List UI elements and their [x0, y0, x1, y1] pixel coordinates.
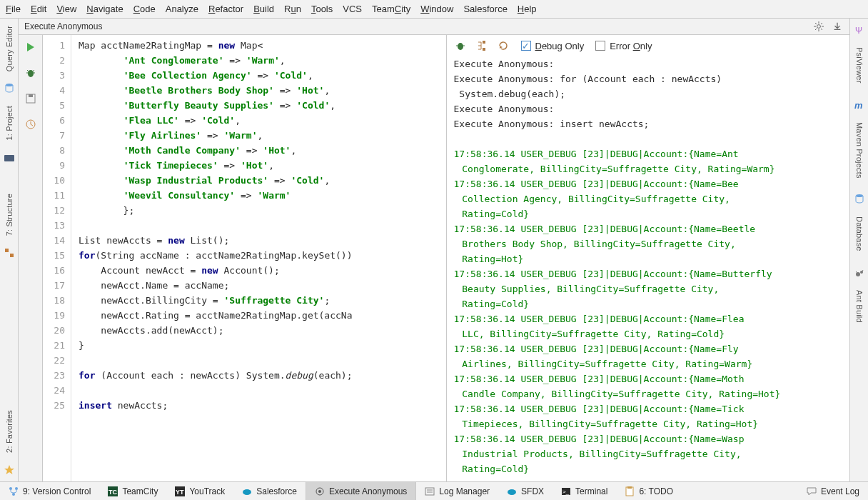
- svg-text:Ψ: Ψ: [855, 26, 862, 36]
- bottom-terminal[interactable]: >_ Terminal: [552, 482, 616, 500]
- cloud-icon: [242, 486, 252, 496]
- menu-bar: FileEditViewNavigateCodeAnalyzeRefactorB…: [0, 0, 868, 19]
- svg-line-19: [33, 70, 34, 71]
- menu-build[interactable]: Build: [253, 4, 274, 14]
- rail-query-editor[interactable]: Query Editor: [5, 26, 14, 71]
- menu-window[interactable]: Window: [420, 4, 453, 14]
- terminal-icon: >_: [561, 486, 571, 496]
- bottom-label: Execute Anonymous: [329, 486, 407, 496]
- bottom-label: Salesforce: [256, 486, 297, 496]
- bottom-todo[interactable]: 6: TODO: [616, 482, 682, 500]
- ant-icon: [854, 267, 865, 279]
- bottom-label: TeamCity: [122, 486, 158, 496]
- rail-maven[interactable]: Maven Projects: [855, 122, 864, 179]
- rail-structure[interactable]: 7: Structure: [5, 194, 14, 236]
- menu-teamcity[interactable]: TeamCity: [372, 4, 410, 14]
- star-icon: [4, 464, 15, 476]
- svg-marker-14: [27, 43, 34, 51]
- menu-salesforce[interactable]: Salesforce: [463, 4, 507, 14]
- history-icon[interactable]: [24, 118, 37, 131]
- database-icon: [4, 83, 15, 94]
- tree-icon[interactable]: [475, 39, 488, 52]
- output-log[interactable]: Execute Anonymous:Execute Anonymous: for…: [447, 56, 850, 481]
- svg-rect-26: [483, 41, 485, 44]
- svg-line-10: [815, 23, 817, 24]
- refresh-icon[interactable]: [497, 39, 510, 52]
- cloud-icon: [507, 486, 517, 496]
- download-icon[interactable]: [831, 20, 844, 33]
- bottom-bar: 9: Version Control TC TeamCity YT YouTra…: [0, 481, 868, 500]
- menu-run[interactable]: Run: [284, 4, 301, 14]
- menu-code[interactable]: Code: [133, 4, 156, 14]
- svg-point-0: [6, 84, 13, 86]
- svg-rect-2: [5, 249, 9, 252]
- bug-icon[interactable]: [454, 39, 467, 52]
- tab-bar: Execute Anonymous: [19, 19, 849, 35]
- bottom-youtrack[interactable]: YT YouTrack: [166, 482, 233, 500]
- svg-point-45: [318, 490, 321, 493]
- menu-file[interactable]: File: [6, 4, 21, 14]
- svg-point-5: [817, 25, 821, 29]
- bottom-label: Terminal: [575, 486, 607, 496]
- bottom-teamcity[interactable]: TC TeamCity: [99, 482, 166, 500]
- bottom-execute-anonymous[interactable]: Execute Anonymous: [306, 482, 416, 500]
- rail-psiviewer[interactable]: PsiViewer: [855, 47, 864, 84]
- svg-text:>_: >_: [562, 489, 570, 495]
- rail-project[interactable]: 1: Project: [5, 106, 14, 140]
- editor-toolbar: [19, 35, 43, 481]
- teamcity-icon: TC: [108, 486, 118, 496]
- svg-point-36: [9, 487, 12, 490]
- main-frame: Query Editor 1: Project 7: Structure 2: …: [0, 19, 868, 481]
- bottom-version-control[interactable]: 9: Version Control: [0, 482, 99, 500]
- left-tool-rail: Query Editor 1: Project 7: Structure 2: …: [0, 19, 19, 481]
- svg-point-32: [856, 272, 860, 276]
- youtrack-icon: YT: [175, 486, 185, 496]
- checkbox-label: ebug Only: [542, 41, 584, 51]
- tab-title: Execute Anonymous: [24, 21, 102, 31]
- error-only-checkbox[interactable]: Error Only: [595, 41, 652, 51]
- svg-line-35: [862, 270, 863, 271]
- svg-rect-1: [4, 155, 14, 161]
- menu-help[interactable]: Help: [518, 4, 537, 14]
- menu-view[interactable]: View: [56, 4, 76, 14]
- bottom-label: 6: TODO: [639, 486, 673, 496]
- rail-favorites[interactable]: 2: Favorites: [5, 410, 14, 453]
- bottom-salesforce[interactable]: Salesforce: [233, 482, 306, 500]
- debug-only-checkbox[interactable]: ✓ Debug Only: [521, 41, 585, 51]
- code-editor[interactable]: Map acctName2RatingMap = new Map< 'Ant C…: [71, 35, 446, 481]
- menu-vcs[interactable]: VCS: [343, 4, 362, 14]
- save-icon[interactable]: [24, 92, 37, 105]
- svg-rect-46: [425, 488, 434, 495]
- code-pane: 1234567891011121314151617181920212223242…: [43, 35, 447, 481]
- bottom-label: SFDX: [521, 486, 544, 496]
- bottom-label: 9: Version Control: [23, 486, 91, 496]
- editor-frame: 1234567891011121314151617181920212223242…: [19, 35, 849, 481]
- split-view: 1234567891011121314151617181920212223242…: [43, 35, 849, 481]
- bottom-sfdx[interactable]: SFDX: [498, 482, 552, 500]
- rail-database[interactable]: Database: [855, 216, 864, 251]
- rail-antbuild[interactable]: Ant Build: [855, 290, 864, 323]
- bottom-event-log[interactable]: Event Log: [798, 482, 868, 500]
- todo-icon: [625, 486, 635, 496]
- bottom-log-manager[interactable]: Log Manager: [416, 482, 498, 500]
- bottom-label: Log Manager: [439, 486, 490, 496]
- svg-point-31: [856, 194, 863, 197]
- output-pane: ✓ Debug Only Error Only Execute Anonymou…: [447, 35, 850, 481]
- menu-analyze[interactable]: Analyze: [166, 4, 198, 14]
- run-icon[interactable]: [24, 41, 37, 54]
- svg-line-13: [815, 29, 817, 30]
- bug-icon[interactable]: [24, 66, 37, 79]
- svg-text:YT: YT: [176, 489, 184, 496]
- menu-tools[interactable]: Tools: [311, 4, 333, 14]
- svg-text:m: m: [854, 100, 863, 111]
- gear-icon[interactable]: [812, 20, 825, 33]
- speech-icon: [807, 486, 817, 496]
- target-icon: [315, 486, 325, 496]
- menu-navigate[interactable]: Navigate: [86, 4, 123, 14]
- menu-refactor[interactable]: Refactor: [208, 4, 243, 14]
- menu-edit[interactable]: Edit: [31, 4, 46, 14]
- svg-marker-28: [500, 46, 503, 49]
- maven-icon: m: [854, 99, 865, 111]
- center-region: Execute Anonymous 1234567891011121314151…: [19, 19, 849, 481]
- svg-marker-4: [4, 465, 14, 474]
